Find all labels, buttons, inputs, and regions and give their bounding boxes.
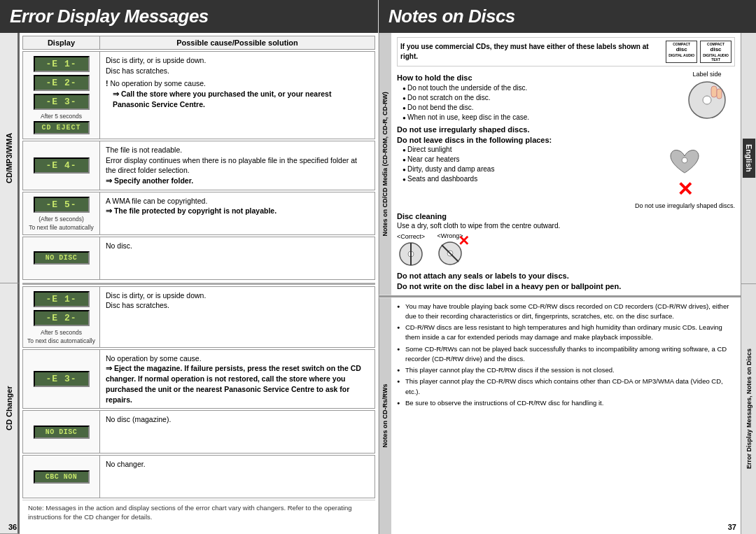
cdrw-vertical-label: Notes on CD-Rs/RWs <box>379 297 391 534</box>
table-row: -E 1- -E 2- -E 3- After 5 seconds CD EJE… <box>22 51 375 139</box>
disc-illustration <box>686 79 728 121</box>
table-header: Display Possible cause/Possible solution <box>22 36 375 50</box>
solution-text: ⇒ Call the store where you purchased the… <box>113 89 369 109</box>
lcd-cd-eject: CD EJECT <box>34 121 90 134</box>
left-page: Error Display Messages CD/MP3/WMA CD Cha… <box>0 0 378 534</box>
wrong-disc-container: ✕ <box>436 239 464 269</box>
list-item: Do not touch the underside of the disc. <box>402 83 679 93</box>
cdrw-section: Notes on CD-Rs/RWs You may have trouble … <box>379 297 741 534</box>
table-row: NO DISC No disc. <box>22 237 375 280</box>
section-label: Error Display Messages, Notes on Discs <box>741 284 756 535</box>
list-item: Do not scratch on the disc. <box>402 93 679 103</box>
how-to-hold-text: How to hold the disc Do not touch the un… <box>397 71 679 122</box>
solution-text: Disc is dirty, or is upside down. <box>106 290 369 301</box>
cd-changer-label: CD Changer <box>0 283 20 534</box>
table-row: -E 1- -E 2- After 5 seconds To next disc… <box>22 286 375 348</box>
disc-cleaning-text: Use a dry, soft cloth to wipe from the c… <box>397 222 735 230</box>
th-display: Display <box>23 36 100 49</box>
cd-media-section: Notes on CD/CD Media (CD-ROM, CD-R, CD-R… <box>379 33 741 297</box>
cd-mp3-label: CD/MP3/WMA <box>0 33 20 283</box>
red-x-irregular: ✕ <box>677 180 693 199</box>
lcd-cbc-non: CBC NON <box>34 470 90 484</box>
display-cell: -E 5- (After 5 seconds) To next file aut… <box>23 192 100 234</box>
commercial-cd-box: If you use commercial CDs, they must hav… <box>397 37 735 66</box>
solution-cell: No operation by some cause. ⇒ Eject the … <box>100 350 374 408</box>
solution-text: Error display continues when there is no… <box>106 155 369 176</box>
cdrw-list: You may have trouble playing back some C… <box>397 302 735 409</box>
solution-cell: No disc. <box>100 237 374 279</box>
table-row: -E 4- The file is not readable. Error di… <box>22 141 375 190</box>
no-leave-title: Do not leave discs in the following plac… <box>397 136 735 144</box>
solution-text: Disc is dirty, or is upside down. <box>106 55 369 66</box>
after-seconds: After 5 seconds <box>41 113 82 120</box>
wrong-item: <Wrong> ✕ <box>436 232 464 269</box>
solution-text: No operation by some cause. <box>106 353 369 364</box>
solution-text: No disc. <box>106 241 369 251</box>
list-item: When not in use, keep disc in the case. <box>402 113 679 122</box>
how-to-hold: How to hold the disc Do not touch the un… <box>397 71 735 122</box>
compact-disc-text-badge: COMPACT disc DIGITAL AUDIO TEXT <box>700 41 732 63</box>
table-row: -E 3- No operation by some cause. ⇒ Ejec… <box>22 349 375 409</box>
wrong-x-mark: ✕ <box>458 234 470 248</box>
lcd-no-disc: NO DISC <box>34 251 90 265</box>
solution-text: Disc has scratches. <box>106 66 369 76</box>
correct-label: <Correct> <box>397 233 425 240</box>
lcd-e2-changer: -E 2- <box>34 310 90 326</box>
list-item: Dirty, dusty and damp areas <box>402 164 629 174</box>
heart-disc-svg <box>667 145 702 180</box>
list-item: This player cannot play the CD-R/RW disc… <box>397 377 735 397</box>
no-irregular-text: Do not use irregularly shaped discs. <box>635 202 735 209</box>
solution-cell: A WMA file can be copyrighted. ⇒ The fil… <box>100 192 374 234</box>
lcd-e3-changer: -E 3- <box>34 371 90 387</box>
section-label-text: Error Display Messages, Notes on Discs <box>744 346 754 472</box>
lcd-e3: -E 3- <box>34 94 90 110</box>
english-label: English <box>741 33 756 284</box>
solution-text: ⇒ The file protected by copyright is not… <box>106 206 369 216</box>
solution-cell: No changer. <box>100 456 374 498</box>
display-cell: -E 4- <box>23 141 100 190</box>
list-item: Do not bend the disc. <box>402 103 679 113</box>
after-seconds: (After 5 seconds) <box>38 216 84 223</box>
list-item: Seats and dashboards <box>402 174 629 184</box>
correct-disc-svg <box>397 240 425 268</box>
cd-media-content: If you use commercial CDs, they must hav… <box>391 33 741 295</box>
list-item: Direct sunlight <box>402 145 629 155</box>
solution-text: No changer. <box>106 459 369 470</box>
display-cell: -E 1- -E 2- -E 3- After 5 seconds CD EJE… <box>23 52 100 139</box>
no-leave-section: Direct sunlight Near car heaters Dirty, … <box>397 145 735 209</box>
lcd-e5: -E 5- <box>34 197 90 213</box>
lcd-e4: -E 4- <box>34 157 90 174</box>
solution-text: No disc (magazine). <box>106 414 369 425</box>
label-side-text: Label side <box>692 71 721 78</box>
display-cell: NO DISC <box>23 237 100 279</box>
correct-wrong-row: <Correct> <Wrong> <box>397 232 735 269</box>
solution-text: A WMA file can be copyrighted. <box>106 196 369 206</box>
solution-text: Disc has scratches. <box>106 300 369 311</box>
list-item: You may have trouble playing back some C… <box>397 302 735 322</box>
how-to-hold-list: Do not touch the underside of the disc. … <box>397 83 679 122</box>
svg-point-4 <box>682 157 687 163</box>
list-item: This player cannot play the CD-R/RW disc… <box>397 365 735 375</box>
solution-cell: Disc is dirty, or is upside down. Disc h… <box>100 287 374 347</box>
solution-text: The file is not readable. <box>106 145 369 155</box>
section-separator <box>22 283 375 285</box>
cdrw-content: You may have trouble playing back some C… <box>391 297 741 534</box>
lcd-e1-changer: -E 1- <box>34 291 90 307</box>
disc-cleaning-title: Disc cleaning <box>397 212 735 220</box>
footer-note: Note: Messages in the action and display… <box>22 500 375 525</box>
table-row: NO DISC No disc (magazine). <box>22 410 375 454</box>
page-number-left: 36 <box>8 523 17 531</box>
disc-logo-row1: COMPACT disc DIGITAL AUDIO COMPACT disc … <box>666 41 732 63</box>
list-item: Be sure to observe the instructions of C… <box>397 398 735 408</box>
list-item: CD-R/RW discs are less resistant to high… <box>397 323 735 343</box>
right-page: Notes on Discs Notes on CD/CD Media (CD-… <box>378 0 756 534</box>
display-cell: NO DISC <box>23 411 100 453</box>
english-text: English <box>743 139 755 178</box>
after-seconds: After 5 seconds <box>41 329 82 336</box>
no-leave-list: Direct sunlight Near car heaters Dirty, … <box>397 145 629 184</box>
right-sidebar: English Error Display Messages, Notes on… <box>741 33 756 534</box>
irregular-disc-title: Do not use irregularly shaped discs. <box>397 125 735 134</box>
next-file-text: To next file automatically <box>29 224 94 231</box>
solution-cell: Disc is dirty, or is upside down. Disc h… <box>100 52 374 139</box>
compact-disc-badge: COMPACT disc DIGITAL AUDIO <box>666 41 697 63</box>
